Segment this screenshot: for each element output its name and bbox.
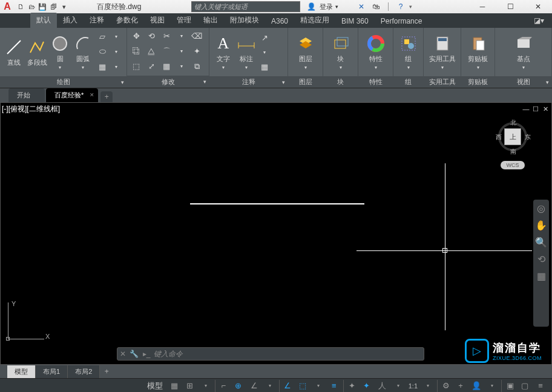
table-icon[interactable]: ▦ [258,60,271,73]
array-icon[interactable]: ▦ [160,60,173,73]
login-drop-icon[interactable]: ▾ [335,4,338,10]
close-button[interactable]: ✕ [524,0,552,13]
status-dyn-icon[interactable]: 人 [375,380,390,392]
block-button[interactable]: 块▾ [329,29,352,75]
nav-showmotion-icon[interactable]: ▦ [535,270,547,282]
fillet-icon[interactable]: ⌒ [160,45,173,58]
tab-performance[interactable]: Performance [375,15,429,28]
nav-zoom-icon[interactable]: 🔍 [535,236,547,248]
stretch-icon[interactable]: ⬚ [130,60,143,73]
viewcube-top-face[interactable]: 上 [504,128,521,145]
layout-tab-add[interactable]: + [100,367,113,376]
panel-group-title[interactable]: 组 [393,76,423,88]
command-line[interactable]: ✕ 🔧 ▸_ [117,347,424,361]
viewcube[interactable]: 北 东 南 西 上 WCS [493,120,532,171]
nav-wheel-icon[interactable]: ◎ [535,202,547,214]
layer-button[interactable]: 图层▾ [294,29,317,75]
copy-icon[interactable]: ⿻ [130,45,143,58]
tab-bim360[interactable]: BIM 360 [335,15,375,28]
layout-tab-2[interactable]: 布局2 [68,365,100,378]
command-input[interactable] [154,350,424,358]
status-dd5-icon[interactable]: ▾ [420,380,436,392]
ellipse-icon[interactable]: ⬭ [96,45,109,58]
help-drop-icon[interactable]: ▾ [409,4,412,10]
status-dd6-icon[interactable]: ▾ [484,380,500,392]
group-button[interactable]: 组▾ [396,29,421,75]
cmdline-close-icon[interactable]: ✕ [117,350,128,358]
panel-prop-title[interactable]: 特性 [358,76,393,88]
status-dd2-icon[interactable]: ▾ [262,380,278,392]
panel-modify-title[interactable]: 修改 [127,76,209,88]
maximize-button[interactable]: ☐ [496,0,524,13]
file-tab-add[interactable]: + [100,91,113,102]
status-iso-icon[interactable]: ∠ [246,380,262,392]
status-snap-icon[interactable]: ⊞ [182,380,198,392]
search-input[interactable] [192,3,300,10]
erase-icon[interactable]: ⌫ [190,30,203,43]
panel-layer-title[interactable]: 图层 [288,76,323,88]
new-icon[interactable]: 🗋 [16,2,25,11]
viewcube-west[interactable]: 西 [496,133,502,142]
save-icon[interactable]: 💾 [38,2,47,11]
viewcube-east[interactable]: 东 [525,133,531,142]
viewcube-north[interactable]: 北 [510,119,516,127]
polyline-button[interactable]: 多段线 [25,29,48,75]
status-model-label[interactable]: 模型 [143,380,166,392]
minimize-button[interactable]: ─ [468,0,496,13]
tab-a360[interactable]: A360 [265,15,294,28]
status-dd1-icon[interactable]: ▾ [198,380,214,392]
status-custom-icon[interactable]: ≡ [533,380,548,392]
array-dd-icon[interactable]: ▾ [175,60,188,73]
status-polar-icon[interactable]: ⊕ [231,380,246,392]
trim-dd-icon[interactable]: ▾ [175,30,188,43]
tab-output[interactable]: 输出 [197,13,224,28]
exchange-icon[interactable]: ✕ [355,2,367,11]
layout-tab-model[interactable]: 模型 [7,365,36,378]
status-osnap-icon[interactable]: ∠ [279,380,295,392]
cmdline-options-icon[interactable]: 🔧 [128,350,139,358]
rect-dd-icon[interactable]: ▾ [110,30,123,43]
clipboard-button[interactable]: 剪贴板▾ [464,29,492,75]
tab-insert[interactable]: 插入 [57,13,84,28]
status-anmon-icon[interactable]: 👤 [468,380,484,392]
hatch-icon[interactable]: ▦ [96,60,109,73]
search-box[interactable] [191,1,300,12]
panel-clip-title[interactable]: 剪贴板 [461,76,494,88]
viewport-min-icon[interactable]: — [522,105,530,113]
file-tab-start[interactable]: 开始 [8,88,45,102]
app-store-icon[interactable]: 🛍 [370,2,382,11]
offset-icon[interactable]: ⧉ [190,60,203,73]
status-selcyc-icon[interactable]: ✦ [343,380,359,392]
file-tab-current[interactable]: 百度经验*✕ [46,88,98,102]
drawing-canvas[interactable]: [-][俯视][二维线框] — ☐ ✕ 北 东 南 西 上 WCS ◎ ✋ 🔍 … [0,102,552,365]
help-icon[interactable]: ? [395,2,407,11]
viewport-close-icon[interactable]: ✕ [542,105,549,113]
status-qprop-icon[interactable]: ▣ [501,380,517,392]
rotate-icon[interactable]: ⟲ [145,30,158,43]
ucs-icon[interactable]: Y X [8,302,50,345]
panel-view-title[interactable]: 视图 [495,76,551,88]
tab-view[interactable]: 视图 [144,13,171,28]
properties-button[interactable]: 特性▾ [364,29,387,75]
status-grid-icon[interactable]: ▦ [166,380,182,392]
circle-button[interactable]: 圆▾ [48,29,71,75]
panel-util-title[interactable]: 实用工具 [424,76,461,88]
line-button[interactable]: 直线 [2,29,25,75]
tab-annotate[interactable]: 注释 [84,13,110,28]
leader-icon[interactable]: ↗ [258,31,271,44]
signin-icon[interactable]: 👤 [305,2,317,11]
nav-orbit-icon[interactable]: ⟲ [535,253,547,265]
leader-dd-icon[interactable]: ▾ [258,45,271,59]
trim-icon[interactable]: ✂ [160,30,173,43]
status-scale[interactable]: 1:1 [406,382,420,390]
ribbon-options-icon[interactable]: ◪▾ [533,16,545,25]
viewport-max-icon[interactable]: ☐ [532,105,539,113]
app-logo-icon[interactable]: A [0,0,15,13]
status-clean-icon[interactable]: ▢ [517,380,533,392]
status-dd3-icon[interactable]: ▾ [310,380,326,392]
panel-draw-title[interactable]: 绘图 [0,76,126,88]
status-lwt-icon[interactable]: ≡ [326,380,342,392]
status-ws-icon[interactable]: ⚙ [437,380,453,392]
tab-manage[interactable]: 管理 [171,13,197,28]
open-icon[interactable]: 🗁 [27,2,36,11]
